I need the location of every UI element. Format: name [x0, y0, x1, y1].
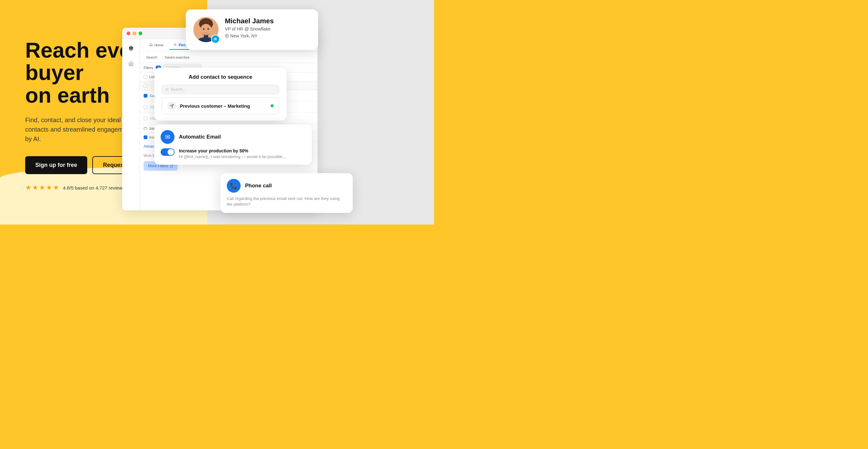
toggle-knob — [167, 149, 174, 155]
snowflake-badge: ❄ — [211, 35, 220, 43]
profile-title: VP of HR @ Snowflake — [225, 27, 274, 31]
sequence-search[interactable]: Search... — [162, 85, 279, 94]
phone-text: Call regarding the previous email sent o… — [227, 196, 346, 207]
select-all-checkbox[interactable] — [144, 84, 147, 88]
phone-card: 📞 Phone call Call regarding the previous… — [220, 173, 353, 213]
svg-line-11 — [171, 165, 173, 166]
sequence-title: Add contact to sequence — [162, 74, 279, 80]
svg-point-17 — [203, 28, 205, 30]
profile-card: ❄ Michael James VP of HR @ Snowflake New… — [186, 9, 318, 50]
svg-point-0 — [175, 43, 176, 45]
header-checkbox[interactable] — [144, 84, 147, 88]
close-dot — [127, 31, 130, 35]
svg-line-21 — [168, 90, 168, 91]
include-checkbox[interactable] — [144, 135, 147, 139]
phone-icon: 📞 — [227, 179, 241, 193]
profile-info: Michael James VP of HR @ Snowflake New Y… — [225, 17, 274, 38]
sequence-item[interactable]: Previous customer – Marketing — [162, 97, 279, 114]
lists-checkbox[interactable] — [144, 75, 147, 79]
sequence-search-icon — [165, 88, 169, 91]
toolbar-search[interactable]: Search — [144, 54, 160, 60]
star-4: ★ — [46, 184, 52, 192]
sequence-search-placeholder: Search... — [171, 87, 186, 92]
filters-label[interactable]: Filters — [144, 66, 153, 70]
email-label: Automatic Email — [179, 134, 221, 140]
sequence-item-name: Previous customer – Marketing — [180, 103, 250, 108]
svg-point-20 — [166, 88, 168, 90]
email-row: Increase your production by 50% Hi {{fir… — [161, 148, 306, 159]
email-details: Increase your production by 50% Hi {{fir… — [179, 148, 286, 159]
auto-email-header: ✉ Automatic Email — [161, 130, 306, 144]
external-link-icon — [170, 164, 173, 168]
app-toolbar: Search Saved searches — [140, 52, 317, 63]
phone-header: 📞 Phone call — [227, 179, 346, 193]
svg-rect-10 — [144, 128, 147, 129]
auto-email-card: ✉ Automatic Email Increase your producti… — [154, 124, 312, 165]
star-1: ★ — [25, 184, 31, 192]
nav-home[interactable]: Home — [145, 41, 168, 50]
svg-point-19 — [226, 35, 227, 36]
email-toggle[interactable] — [161, 148, 175, 156]
email-icon: ✉ — [161, 130, 175, 144]
profile-location: New York, NY — [225, 33, 274, 38]
minimize-dot — [133, 31, 136, 35]
star-rating: ★ ★ ★ ★ ★ — [25, 184, 59, 192]
sequence-send-icon — [167, 101, 176, 110]
profile-avatar-wrap: ❄ — [193, 17, 219, 42]
briefcase-icon — [144, 127, 147, 130]
toolbar-saved[interactable]: Saved searches — [162, 54, 192, 60]
maximize-dot — [138, 31, 142, 35]
email-subject: Increase your production by 50% — [179, 148, 286, 153]
signup-button[interactable]: Sign up for free — [25, 156, 87, 174]
sidebar-logo[interactable] — [126, 43, 136, 54]
home-icon — [149, 43, 153, 46]
profile-name: Michael James — [225, 17, 274, 25]
phone-label: Phone call — [245, 183, 272, 189]
row-checkbox[interactable] — [144, 94, 147, 98]
star-5: ★ — [53, 184, 59, 192]
star-3: ★ — [39, 184, 45, 192]
svg-point-18 — [208, 28, 209, 30]
row-checkbox[interactable] — [144, 105, 147, 109]
sequence-active-dot — [271, 104, 274, 107]
people-icon — [174, 43, 177, 46]
star-2: ★ — [32, 184, 38, 192]
sequence-card: Add contact to sequence Search... Previo… — [154, 68, 287, 121]
email-preview: Hi {{first_name}}, I was wondering — wou… — [179, 154, 286, 159]
location-icon — [225, 34, 229, 38]
row-checkbox[interactable] — [144, 117, 147, 120]
app-sidebar — [122, 39, 140, 210]
sidebar-home-icon[interactable] — [126, 59, 136, 69]
